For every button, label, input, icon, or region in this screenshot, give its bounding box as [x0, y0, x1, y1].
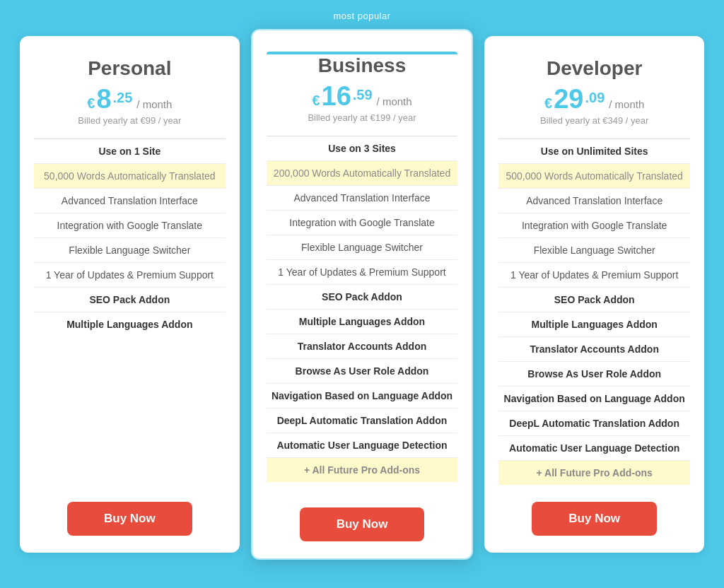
feature-text: Flexible Language Switcher: [267, 235, 458, 259]
price-currency-developer: €: [544, 96, 552, 110]
feature-row: Navigation Based on Language Addon: [267, 383, 458, 408]
price-period-developer: / month: [609, 98, 644, 110]
plan-billed-personal: Billed yearly at €99 / year: [78, 115, 181, 126]
plan-price-business: € 16 .59 / month: [312, 83, 411, 110]
feature-text: Use on 1 Site: [34, 139, 226, 163]
feature-row: DeepL Automatic Translation Addon: [498, 411, 690, 435]
price-decimal-developer: .09: [585, 90, 605, 106]
feature-text: Browse As User Role Addon: [267, 358, 458, 383]
feature-row: + All Future Pro Add-ons: [498, 460, 690, 485]
plan-billed-developer: Billed yearly at €349 / year: [540, 115, 648, 126]
feature-text: Advanced Translation Interface: [34, 188, 226, 213]
feature-text: Flexible Language Switcher: [498, 237, 690, 262]
feature-row: Advanced Translation Interface: [498, 188, 690, 213]
plan-card-personal: Personal € 8 .25 / month Billed yearly a…: [20, 36, 240, 553]
feature-text: Advanced Translation Interface: [267, 185, 458, 210]
feature-row: 200,000 Words Automatically Translated: [267, 160, 458, 185]
feature-row: Flexible Language Switcher: [34, 237, 226, 262]
plan-name-personal: Personal: [88, 57, 171, 80]
feature-row: Advanced Translation Interface: [34, 188, 226, 213]
feature-row: Browse As User Role Addon: [267, 358, 458, 383]
feature-text: Use on 3 Sites: [267, 136, 458, 160]
feature-text: Navigation Based on Language Addon: [498, 386, 690, 411]
feature-text: DeepL Automatic Translation Addon: [498, 411, 690, 435]
buy-now-button-developer[interactable]: Buy Now: [532, 502, 657, 536]
feature-row: Integration with Google Translate: [498, 213, 690, 237]
feature-row: Use on 1 Site: [34, 139, 226, 163]
feature-text: Integration with Google Translate: [267, 210, 458, 235]
features-table-personal: Use on 1 Site50,000 Words Automatically …: [34, 139, 226, 336]
plan-card-business: most popular Business € 16 .59 / month B…: [251, 29, 474, 560]
feature-row: Navigation Based on Language Addon: [498, 386, 690, 411]
feature-row: 500,000 Words Automatically Translated: [498, 163, 690, 188]
buy-now-button-personal[interactable]: Buy Now: [67, 502, 192, 536]
features-table-developer: Use on Unlimited Sites500,000 Words Auto…: [498, 139, 690, 485]
feature-text: SEO Pack Addon: [267, 284, 458, 309]
feature-text: 1 Year of Updates & Premium Support: [498, 262, 690, 287]
price-period-personal: / month: [136, 98, 172, 110]
price-currency-personal: €: [87, 96, 95, 110]
plan-price-developer: € 29 .09 / month: [544, 86, 644, 112]
feature-text: Multiple Languages Addon: [34, 312, 226, 336]
features-table-business: Use on 3 Sites200,000 Words Automaticall…: [267, 136, 458, 482]
plan-price-personal: € 8 .25 / month: [87, 86, 172, 112]
feature-text: Multiple Languages Addon: [267, 309, 458, 334]
feature-row: Multiple Languages Addon: [267, 309, 458, 334]
feature-text: Flexible Language Switcher: [34, 237, 226, 262]
feature-text: Advanced Translation Interface: [498, 188, 690, 213]
plan-billed-business: Billed yearly at €199 / year: [308, 112, 416, 123]
feature-row: Integration with Google Translate: [267, 210, 458, 235]
feature-text: Use on Unlimited Sites: [498, 139, 690, 163]
price-decimal-business: .59: [353, 87, 373, 103]
feature-row: Browse As User Role Addon: [498, 361, 690, 386]
most-popular-badge: most popular: [252, 11, 472, 21]
feature-text: 500,000 Words Automatically Translated: [498, 163, 690, 188]
feature-row: Automatic User Language Detection: [267, 433, 458, 457]
feature-row: DeepL Automatic Translation Addon: [267, 408, 458, 433]
feature-row: Automatic User Language Detection: [498, 435, 690, 460]
feature-row: Integration with Google Translate: [34, 213, 226, 237]
feature-row: + All Future Pro Add-ons: [267, 457, 458, 482]
feature-row: Advanced Translation Interface: [267, 185, 458, 210]
price-currency-business: €: [312, 93, 320, 107]
feature-row: Flexible Language Switcher: [498, 237, 690, 262]
feature-text: SEO Pack Addon: [498, 287, 690, 312]
feature-row: 1 Year of Updates & Premium Support: [498, 262, 690, 287]
feature-text: DeepL Automatic Translation Addon: [267, 408, 458, 433]
price-decimal-personal: .25: [113, 90, 133, 106]
price-main-developer: 29: [554, 86, 583, 112]
price-period-business: / month: [377, 95, 412, 107]
feature-row: Use on Unlimited Sites: [498, 139, 690, 163]
price-main-business: 16: [322, 83, 351, 110]
feature-text: + All Future Pro Add-ons: [498, 460, 690, 485]
feature-text: 50,000 Words Automatically Translated: [34, 163, 226, 188]
feature-text: 1 Year of Updates & Premium Support: [267, 259, 458, 284]
feature-row: Multiple Languages Addon: [34, 312, 226, 336]
feature-text: Translator Accounts Addon: [498, 336, 690, 361]
feature-row: Use on 3 Sites: [267, 136, 458, 160]
feature-text: Automatic User Language Detection: [498, 435, 690, 460]
feature-text: Multiple Languages Addon: [498, 312, 690, 336]
feature-row: SEO Pack Addon: [267, 284, 458, 309]
feature-row: SEO Pack Addon: [498, 287, 690, 312]
feature-text: Browse As User Role Addon: [498, 361, 690, 386]
feature-text: 200,000 Words Automatically Translated: [267, 160, 458, 185]
plan-card-developer: Developer € 29 .09 / month Billed yearly…: [484, 36, 704, 553]
feature-text: Translator Accounts Addon: [267, 334, 458, 358]
feature-row: 1 Year of Updates & Premium Support: [34, 262, 226, 287]
feature-text: SEO Pack Addon: [34, 287, 226, 312]
feature-row: Multiple Languages Addon: [498, 312, 690, 336]
plan-name-business: Business: [318, 54, 407, 77]
feature-text: Integration with Google Translate: [34, 213, 226, 237]
feature-text: Integration with Google Translate: [498, 213, 690, 237]
feature-text: + All Future Pro Add-ons: [267, 457, 458, 482]
pricing-wrapper: Personal € 8 .25 / month Billed yearly a…: [14, 29, 710, 560]
buy-now-button-business[interactable]: Buy Now: [300, 507, 425, 541]
feature-text: Automatic User Language Detection: [267, 433, 458, 457]
feature-text: Navigation Based on Language Addon: [267, 383, 458, 408]
feature-row: SEO Pack Addon: [34, 287, 226, 312]
feature-row: 1 Year of Updates & Premium Support: [267, 259, 458, 284]
plan-name-developer: Developer: [547, 57, 642, 80]
price-main-personal: 8: [96, 86, 111, 112]
feature-row: Flexible Language Switcher: [267, 235, 458, 259]
